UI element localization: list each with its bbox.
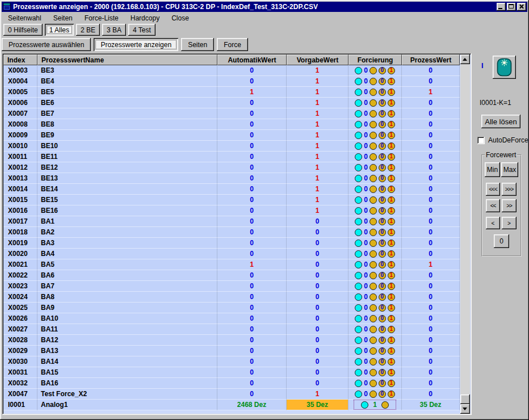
force-none-radio[interactable] xyxy=(370,390,377,398)
force-off-radio[interactable] xyxy=(355,261,362,268)
autodeforce-checkbox[interactable] xyxy=(477,137,485,144)
force-none-radio[interactable] xyxy=(370,229,377,236)
force-zero-radio[interactable]: 0 xyxy=(379,121,386,128)
force-fast-decrement-button[interactable]: <<< xyxy=(486,183,500,196)
force-none-radio[interactable] xyxy=(370,369,377,376)
force-none-radio[interactable] xyxy=(370,89,377,96)
force-on-radio[interactable] xyxy=(381,401,389,409)
force-one-radio[interactable]: 1 xyxy=(388,261,395,268)
force-one-radio[interactable]: 1 xyxy=(388,186,395,193)
force-off-radio[interactable] xyxy=(355,67,362,74)
force-zero-radio[interactable]: 0 xyxy=(379,337,386,344)
force-max-button[interactable]: Max xyxy=(501,162,518,177)
force-zero-button[interactable]: 0 xyxy=(494,234,509,248)
force-one-radio[interactable]: 1 xyxy=(388,347,395,355)
force-none-radio[interactable] xyxy=(370,67,377,74)
force-one-radio[interactable]: 1 xyxy=(388,218,395,225)
force-one-radio[interactable]: 1 xyxy=(388,142,395,150)
force-off-radio[interactable] xyxy=(355,326,362,333)
force-one-radio[interactable]: 1 xyxy=(388,121,395,128)
table-row[interactable]: X0008BE8010010 xyxy=(3,119,460,130)
force-zero-radio[interactable]: 0 xyxy=(379,164,386,171)
force-one-radio[interactable]: 1 xyxy=(388,369,395,376)
scroll-up-button[interactable] xyxy=(460,54,470,64)
force-one-radio[interactable]: 1 xyxy=(388,78,395,85)
force-none-radio[interactable] xyxy=(370,304,377,312)
menu-item-hardcopy[interactable]: Hardcopy xyxy=(131,14,159,22)
force-off-radio[interactable] xyxy=(355,207,362,215)
force-off-radio[interactable] xyxy=(355,380,362,387)
table-row[interactable]: X0025BA9000010 xyxy=(3,303,460,313)
force-none-radio[interactable] xyxy=(370,78,377,85)
table-row[interactable]: X0019BA3000010 xyxy=(3,238,460,249)
force-one-radio[interactable]: 1 xyxy=(388,132,395,139)
view-button-prozesswerte-anzeigen[interactable]: Prozesswerte anzeigen xyxy=(94,38,178,51)
table-row[interactable]: X0007BE7010010 xyxy=(3,108,460,119)
force-zero-radio[interactable]: 0 xyxy=(379,240,386,247)
force-zero-radio[interactable]: 0 xyxy=(379,89,386,96)
force-none-radio[interactable] xyxy=(370,175,377,182)
force-one-radio[interactable]: 1 xyxy=(388,358,395,366)
force-none-radio[interactable] xyxy=(370,110,377,117)
force-off-radio[interactable] xyxy=(355,315,362,322)
table-row[interactable]: X0018BA2000010 xyxy=(3,227,460,238)
column-header-index[interactable]: Index xyxy=(3,54,37,65)
force-off-radio[interactable] xyxy=(355,218,362,225)
force-none-radio[interactable] xyxy=(370,132,377,139)
close-button[interactable] xyxy=(517,3,526,11)
page-button-0-hilfseite[interactable]: 0 Hilfseite xyxy=(3,24,43,36)
page-button-1-alles[interactable]: 1 Alles xyxy=(45,24,74,36)
force-none-radio[interactable] xyxy=(370,196,377,204)
force-off-radio[interactable] xyxy=(355,121,362,128)
force-none-radio[interactable] xyxy=(370,380,377,387)
force-off-radio[interactable] xyxy=(355,229,362,236)
force-one-radio[interactable]: 1 xyxy=(388,164,395,171)
table-row[interactable]: X0006BE6010010 xyxy=(3,98,460,108)
force-none-radio[interactable] xyxy=(370,315,377,322)
column-header-prozesswert[interactable]: ProzessWert xyxy=(402,54,460,65)
view-button-seiten[interactable]: Seiten xyxy=(181,38,214,51)
force-none-radio[interactable] xyxy=(370,186,377,193)
force-off-radio[interactable] xyxy=(355,132,362,139)
table-row[interactable]: X0005BE5110011 xyxy=(3,87,460,98)
force-one-radio[interactable]: 1 xyxy=(388,315,395,322)
table-row[interactable]: X0026BA10000010 xyxy=(3,313,460,324)
table-row[interactable]: X0028BA12000010 xyxy=(3,335,460,346)
force-zero-radio[interactable]: 0 xyxy=(379,293,386,301)
force-zero-radio[interactable]: 0 xyxy=(379,67,386,74)
force-off-radio[interactable] xyxy=(355,293,362,301)
minimize-button[interactable] xyxy=(497,3,506,11)
table-row[interactable]: X0021BA5100011 xyxy=(3,259,460,270)
scroll-down-button[interactable] xyxy=(460,404,470,414)
column-header-automatikwert[interactable]: AutomatikWert xyxy=(217,54,287,65)
table-row[interactable]: X0029BA13000010 xyxy=(3,346,460,356)
force-zero-radio[interactable]: 0 xyxy=(379,347,386,355)
force-one-radio[interactable]: 1 xyxy=(388,272,395,279)
table-row[interactable]: X0004BE4010010 xyxy=(3,76,460,87)
table-row[interactable]: X0012BE12010010 xyxy=(3,162,460,173)
force-one-radio[interactable]: 1 xyxy=(388,326,395,333)
column-header-vorgabewert[interactable]: VorgabeWert xyxy=(287,54,349,65)
force-zero-radio[interactable]: 0 xyxy=(379,99,386,107)
table-row[interactable]: X0010BE10010010 xyxy=(3,141,460,152)
force-none-radio[interactable] xyxy=(370,261,377,268)
table-row[interactable]: I0001Analog12468 Dez35 Dez135 Dez xyxy=(3,400,460,410)
force-zero-radio[interactable]: 0 xyxy=(379,207,386,215)
table-row[interactable]: X0014BE14010010 xyxy=(3,184,460,195)
force-off-radio[interactable] xyxy=(355,369,362,376)
force-off-radio[interactable] xyxy=(355,186,362,193)
table-row[interactable]: X0015BE15010010 xyxy=(3,195,460,205)
force-zero-radio[interactable]: 0 xyxy=(379,132,386,139)
column-header-forcierung[interactable]: Forcierung xyxy=(349,54,402,65)
table-row[interactable]: X0011BE11010010 xyxy=(3,152,460,162)
force-mid-decrement-button[interactable]: << xyxy=(486,199,500,212)
table-row[interactable]: X0009BE9010010 xyxy=(3,130,460,141)
force-one-radio[interactable]: 1 xyxy=(388,175,395,182)
force-zero-radio[interactable]: 0 xyxy=(379,229,386,236)
force-zero-radio[interactable]: 0 xyxy=(379,250,386,258)
force-zero-radio[interactable]: 0 xyxy=(379,358,386,366)
force-none-radio[interactable] xyxy=(370,337,377,344)
page-button-4-test[interactable]: 4 Test xyxy=(128,24,156,36)
table-row[interactable]: X0047Test Force_X2010010 xyxy=(3,389,460,400)
force-one-radio[interactable]: 1 xyxy=(388,110,395,117)
